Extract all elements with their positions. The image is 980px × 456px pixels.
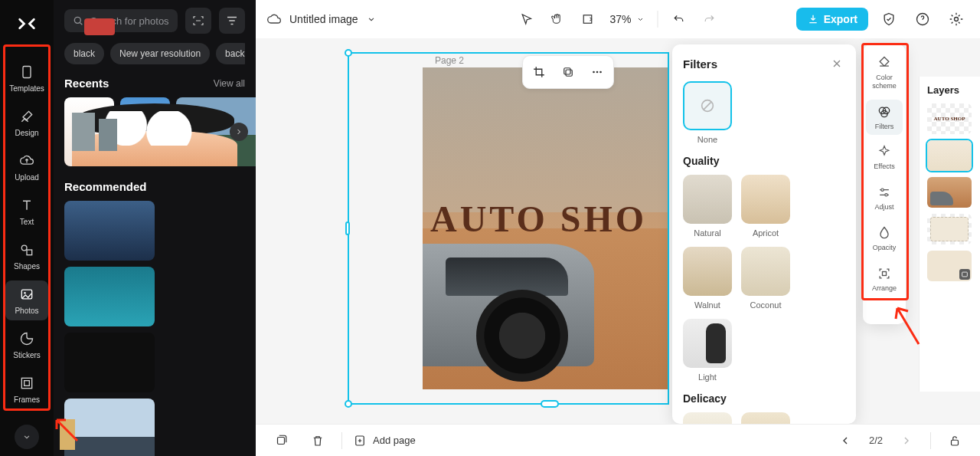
photos-panel: Search for photos black New year resolut… <box>54 0 256 456</box>
nav-label: Templates <box>9 84 44 93</box>
filter-delicacy-2[interactable] <box>741 412 790 424</box>
help-icon[interactable] <box>910 6 936 32</box>
crop-button[interactable] <box>526 59 552 85</box>
nav-templates[interactable]: Templates <box>5 58 48 98</box>
nav-stickers[interactable]: Stickers <box>5 325 48 365</box>
svg-point-15 <box>599 71 602 74</box>
filter-button[interactable] <box>219 8 245 34</box>
add-page-button[interactable]: Add page <box>353 434 416 448</box>
rail-color-scheme[interactable]: Color scheme <box>866 51 903 95</box>
prev-page-button[interactable] <box>832 428 858 454</box>
layer-thumb[interactable] <box>927 140 972 171</box>
chip[interactable]: New year resolution <box>110 43 210 64</box>
nav-label: Photos <box>15 307 38 315</box>
add-page-icon <box>353 434 367 448</box>
filter-apricot[interactable]: Apricot <box>741 175 790 238</box>
recents-title: Recents <box>64 77 109 90</box>
sticker-icon <box>18 330 35 347</box>
page-indicator: 2/2 <box>869 435 883 446</box>
svg-point-21 <box>885 194 887 196</box>
export-button[interactable]: Export <box>796 8 868 31</box>
chevron-down-icon[interactable] <box>366 14 377 25</box>
filters-title: Filters <box>683 57 717 71</box>
nav-more-button[interactable] <box>15 425 39 449</box>
photo-thumb[interactable] <box>64 333 155 392</box>
zoom-value: 37% <box>609 13 631 25</box>
resize-handle[interactable] <box>345 221 350 235</box>
nav-shapes[interactable]: Shapes <box>5 236 48 276</box>
nav-design[interactable]: Design <box>5 103 48 143</box>
document-title[interactable]: Untitled image <box>289 13 358 25</box>
resize-handle[interactable] <box>345 400 352 408</box>
layer-thumb[interactable] <box>927 214 972 244</box>
scan-button[interactable] <box>185 8 211 34</box>
settings-icon[interactable] <box>943 6 969 32</box>
filter-none[interactable]: None <box>683 81 732 144</box>
chip[interactable]: back <box>216 43 245 64</box>
sparkle-icon <box>877 144 892 159</box>
app-logo[interactable] <box>14 11 40 37</box>
filter-natural[interactable]: Natural <box>683 175 732 238</box>
lock-button[interactable] <box>942 428 968 454</box>
layer-thumb[interactable]: AUTO SHOP <box>927 103 972 134</box>
shield-icon[interactable] <box>876 6 902 32</box>
photo-thumb[interactable] <box>64 267 155 326</box>
nav-photos[interactable]: Photos <box>5 280 48 320</box>
rail-opacity[interactable]: Opacity <box>866 221 903 257</box>
layer-thumb[interactable] <box>927 251 972 281</box>
more-button[interactable] <box>584 59 610 85</box>
canvas[interactable]: Page 2 AUTO SHO Filters None Quality Nat… <box>256 38 980 424</box>
rail-filters[interactable]: Filters <box>866 100 903 136</box>
paint-icon <box>877 55 892 71</box>
close-button[interactable] <box>828 55 845 72</box>
svg-rect-22 <box>883 271 887 275</box>
select-tool[interactable] <box>513 6 539 32</box>
rail-adjust[interactable]: Adjust <box>866 180 903 216</box>
chip[interactable]: black <box>64 43 104 64</box>
hand-tool[interactable] <box>544 6 570 32</box>
svg-rect-26 <box>952 440 959 445</box>
delicacy-title: Delicacy <box>683 392 845 405</box>
svg-rect-5 <box>21 378 31 388</box>
nav-label: Frames <box>14 395 40 404</box>
adjust-rail: Color scheme Filters Effects Adjust Opac… <box>863 44 906 324</box>
chip-row: black New year resolution back <box>64 43 245 64</box>
filter-coconut[interactable]: Coconut <box>741 247 790 310</box>
rail-effects[interactable]: Effects <box>866 139 903 176</box>
redo-button[interactable] <box>697 6 723 32</box>
delete-page-button[interactable] <box>305 428 331 454</box>
next-page-button[interactable] <box>893 428 920 454</box>
duplicate-page-button[interactable] <box>268 428 294 454</box>
rail-arrange[interactable]: Arrange <box>866 261 903 297</box>
filters-icon <box>877 104 892 120</box>
cloud-upload-icon <box>18 153 35 169</box>
ban-icon <box>699 97 716 114</box>
layer-thumb[interactable] <box>927 177 972 208</box>
nav-upload[interactable]: Upload <box>5 147 48 187</box>
undo-button[interactable] <box>666 6 692 32</box>
duplicate-button[interactable] <box>555 59 581 85</box>
pencil-ruler-icon <box>18 108 35 125</box>
photo-thumb[interactable] <box>64 399 155 456</box>
nav-text[interactable]: Text <box>5 192 48 231</box>
zoom-select[interactable]: 37% <box>605 10 649 28</box>
layers-panel: Layers AUTO SHOP <box>919 77 980 392</box>
photo-thumb[interactable] <box>64 201 155 261</box>
quality-title: Quality <box>683 155 845 167</box>
filter-delicacy-1[interactable] <box>683 412 732 424</box>
filters-panel: Filters None Quality Natural Apricot Wal… <box>672 44 856 424</box>
svg-point-4 <box>24 292 26 294</box>
view-all-link[interactable]: View all <box>214 78 245 89</box>
canvas-image[interactable]: AUTO SHO <box>423 67 668 389</box>
nav-frames[interactable]: Frames <box>5 369 48 409</box>
svg-point-14 <box>596 71 599 74</box>
scroll-right-button[interactable] <box>230 123 248 141</box>
search-input[interactable]: Search for photos <box>64 9 178 32</box>
resize-handle[interactable] <box>345 49 352 57</box>
left-sidebar: Templates Design Upload Text Shapes Phot… <box>0 0 54 456</box>
resize-handle[interactable] <box>541 400 559 408</box>
artboard-tool[interactable] <box>574 6 600 32</box>
svg-point-13 <box>593 71 595 74</box>
filter-light[interactable]: Light <box>683 319 732 382</box>
filter-walnut[interactable]: Walnut <box>683 247 732 310</box>
